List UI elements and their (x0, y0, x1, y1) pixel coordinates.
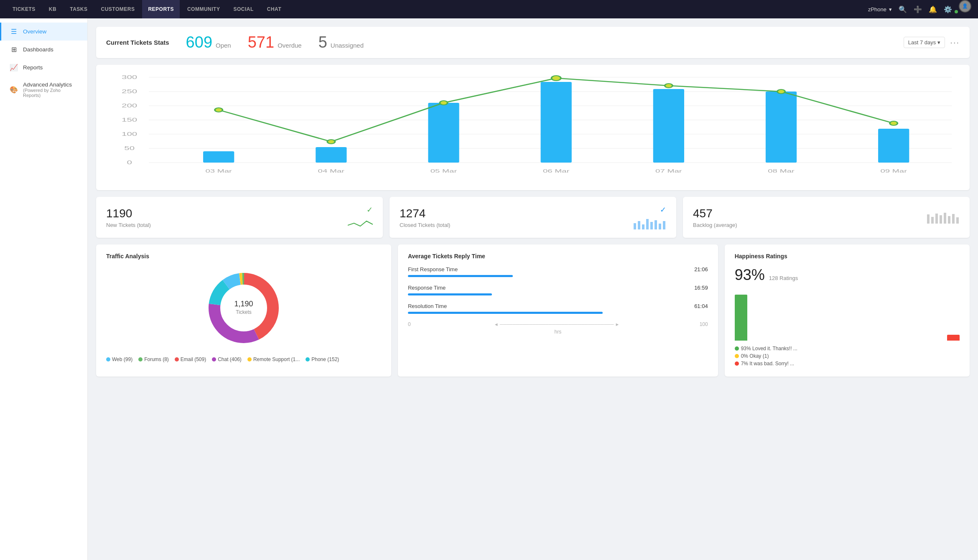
online-indicator (955, 10, 958, 13)
svg-text:04 Mar: 04 Mar (318, 168, 345, 173)
avatar[interactable]: 👤 (959, 0, 971, 13)
sidebar-sublabel-advanced: (Powered by Zoho Reports) (23, 88, 79, 98)
hleg-okay: 0% Okay (1) (735, 353, 960, 359)
new-tickets-left: 1190 New Tickets (total) (106, 207, 151, 228)
svg-point-21 (215, 108, 223, 112)
user-menu[interactable]: zPhone ▾ (868, 6, 892, 13)
first-response-bar (408, 275, 513, 277)
date-filter[interactable]: Last 7 days ▾ (904, 37, 945, 48)
sidebar-item-reports[interactable]: 📈 Reports (0, 59, 87, 76)
phone-dot (306, 357, 310, 361)
closed-sparkline (633, 217, 666, 229)
topnav-item-reports[interactable]: REPORTS (142, 0, 180, 18)
svg-rect-46 (940, 215, 942, 224)
overdue-label: Overdue (278, 42, 302, 49)
email-dot (175, 357, 179, 361)
resolution-time-value: 61:04 (694, 303, 708, 309)
resolution-time-label: Resolution Time (408, 303, 447, 309)
happiness-title: Happiness Ratings (735, 253, 960, 260)
traffic-card: Traffic Analysis 1,190 (96, 244, 391, 377)
add-icon[interactable]: ➕ (914, 5, 922, 13)
stats-header: Current Tickets Stats 609 Open 571 Overd… (96, 27, 970, 58)
sparkline-chart (348, 217, 373, 229)
svg-rect-48 (948, 216, 950, 224)
user-name: zPhone (868, 6, 886, 13)
reply-time-card: Average Tickets Reply Time First Respons… (398, 244, 718, 377)
legend-email: Email (509) (175, 356, 206, 362)
first-response-row: First Response Time 21:06 (408, 266, 708, 277)
topnav-item-customers[interactable]: CUSTOMERS (95, 0, 140, 18)
axis-left: 0 (408, 321, 411, 327)
sidebar-label-dashboards: Dashboards (23, 46, 53, 53)
phone-label: Phone (152) (311, 356, 339, 362)
resolution-time-header: Resolution Time 61:04 (408, 303, 708, 309)
svg-text:06 Mar: 06 Mar (543, 168, 570, 173)
svg-text:0: 0 (127, 160, 132, 165)
sidebar-item-overview[interactable]: ☰ Overview (0, 23, 87, 41)
bar-chart-card: 300 250 200 150 100 50 0 (96, 65, 970, 190)
overdue-stat: 571 Overdue (248, 33, 302, 51)
happiness-legend: 93% Loved it. Thanks!! ... 0% Okay (1) 7… (735, 346, 960, 367)
avatar-container: 👤 (959, 0, 971, 19)
svg-rect-36 (638, 221, 640, 229)
settings-icon[interactable]: ⚙️ (944, 5, 952, 13)
check-icon-2: ✓ (660, 205, 666, 214)
bad-dot (735, 361, 739, 366)
resolution-time-row: Resolution Time 61:04 (408, 303, 708, 314)
topnav-item-social[interactable]: SOCIAL (227, 0, 259, 18)
response-time-value: 16:59 (694, 285, 708, 291)
sidebar-item-advanced-analytics[interactable]: 🎨 Advanced Analytics (Powered by Zoho Re… (0, 76, 87, 103)
svg-text:05 Mar: 05 Mar (430, 168, 457, 173)
hleg-good: 93% Loved it. Thanks!! ... (735, 346, 960, 351)
legend-remote: Remote Support (1... (247, 356, 300, 362)
sidebar-item-dashboards[interactable]: ⊞ Dashboards (0, 41, 87, 59)
sidebar: ☰ Overview ⊞ Dashboards 📈 Reports 🎨 Adva… (0, 18, 88, 560)
legend-chat: Chat (406) (212, 356, 242, 362)
first-response-header: First Response Time 21:06 (408, 266, 708, 272)
remote-dot (247, 357, 252, 361)
svg-rect-49 (952, 214, 955, 224)
notification-icon[interactable]: 🔔 (929, 5, 937, 13)
backlog-right (926, 211, 960, 224)
forums-dot (138, 357, 143, 361)
svg-rect-38 (646, 219, 649, 229)
closed-tickets-number: 1274 (400, 207, 450, 220)
sidebar-label-reports: Reports (23, 64, 43, 71)
topnav-items: TICKETS KB TASKS CUSTOMERS REPORTS COMMU… (7, 0, 868, 18)
search-icon[interactable]: 🔍 (899, 5, 907, 13)
resolution-time-bar (408, 312, 603, 314)
good-dot (735, 346, 739, 351)
svg-point-25 (665, 84, 673, 88)
chat-dot (212, 357, 216, 361)
bad-label: 7% It was bad. Sorry! ... (741, 361, 794, 367)
open-label: Open (216, 42, 231, 49)
topnav-item-community[interactable]: COMMUNITY (181, 0, 226, 18)
overdue-count: 571 (248, 33, 274, 51)
svg-rect-18 (653, 89, 684, 163)
response-time-label: Response Time (408, 285, 446, 291)
topnav-item-chat[interactable]: CHAT (261, 0, 287, 18)
happy-bar (735, 295, 747, 341)
svg-rect-39 (650, 222, 653, 229)
svg-rect-47 (944, 213, 946, 224)
topnav-item-kb[interactable]: KB (43, 0, 62, 18)
app-layout: ☰ Overview ⊞ Dashboards 📈 Reports 🎨 Adva… (0, 18, 978, 560)
more-options-button[interactable]: ··· (950, 38, 960, 47)
topnav-item-tasks[interactable]: TASKS (64, 0, 93, 18)
web-dot (106, 357, 110, 361)
topnav-item-tickets[interactable]: TICKETS (7, 0, 41, 18)
response-time-bar (408, 293, 492, 295)
svg-text:1,190: 1,190 (234, 300, 253, 308)
closed-tickets-label: Closed Tickets (total) (400, 222, 450, 228)
svg-rect-14 (203, 151, 234, 163)
analytics-icon: 🎨 (10, 86, 18, 94)
donut-wrapper: 1,190 Tickets (106, 266, 381, 350)
overview-icon: ☰ (10, 28, 18, 36)
dashboards-icon: ⊞ (10, 46, 18, 53)
reports-icon: 📈 (10, 64, 18, 71)
svg-point-23 (440, 101, 448, 105)
svg-rect-19 (766, 92, 797, 163)
svg-text:50: 50 (124, 145, 135, 151)
good-label: 93% Loved it. Thanks!! ... (741, 346, 797, 351)
user-arrow: ▾ (889, 6, 892, 13)
